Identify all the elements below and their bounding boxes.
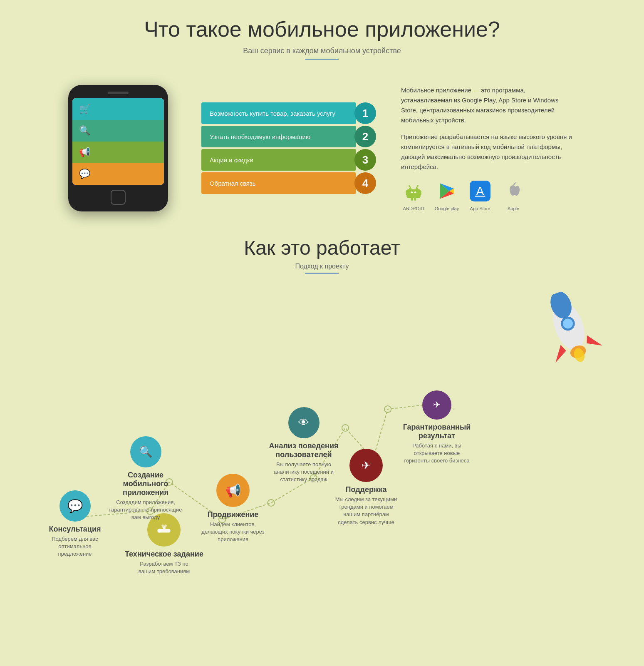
svg-point-28 <box>384 406 391 413</box>
feature-item-1: Возможность купить товар, заказать услуг… <box>201 102 376 124</box>
feature-text-1: Возможность купить товар, заказать услуг… <box>210 110 335 117</box>
svg-point-11 <box>411 191 413 193</box>
apple-icon <box>501 179 526 204</box>
feature-item-4: Обратная связь 4 <box>201 172 376 194</box>
features-list: Возможность купить товар, заказать услуг… <box>201 102 376 194</box>
wf-consultation-desc: Подберем для вас оптимальное предложение <box>42 535 108 558</box>
android-icon <box>401 179 426 204</box>
wf-support: ✈ Поддержка Мы следим за текущими тренда… <box>333 449 399 526</box>
android-label: ANDROID <box>403 206 424 211</box>
section-what-is-app: Что такое мобильное приложение? Ваш серв… <box>0 0 644 85</box>
phone-features-section: 🛒 🔍 📢 💬 Возможность купить товар, зака <box>0 85 644 211</box>
feature-text-2: Узнать необходимую информацию <box>210 133 310 140</box>
svg-rect-4 <box>419 190 421 196</box>
wf-creation: 🔍 Создание мобильного приложения Создади… <box>108 436 183 522</box>
store-google-play: Google play <box>434 179 459 211</box>
phone-mockup: 🛒 🔍 📢 💬 <box>68 85 176 211</box>
phone-icon-cart: 🛒 <box>72 98 97 120</box>
wf-creation-circle: 🔍 <box>130 436 161 467</box>
svg-point-9 <box>409 185 410 186</box>
desc-para1: Мобильное приложение — это программа, ус… <box>401 85 576 125</box>
store-android: ANDROID <box>401 179 426 211</box>
wf-consultation-title: Консультация <box>49 525 101 534</box>
wf-promotion-circle: 📢 <box>216 474 250 507</box>
wf-support-circle: ✈ <box>349 449 383 482</box>
feature-num-1: 1 <box>354 102 376 124</box>
rocket-icon <box>528 282 615 383</box>
app-store-icon: A <box>468 179 493 204</box>
section2-divider <box>305 273 339 274</box>
svg-marker-38 <box>550 344 569 363</box>
svg-line-8 <box>416 186 418 189</box>
feature-num-4: 4 <box>354 172 376 194</box>
section2-title: Как это работает <box>25 236 619 259</box>
wf-promotion: 📢 Продвижение Найдем клиентов, делающих … <box>200 474 266 544</box>
wf-result-circle: ✈ <box>422 390 451 420</box>
phone-screen: 🛒 🔍 📢 💬 <box>72 98 164 185</box>
page-title: Что такое мобильное приложение? <box>25 17 619 42</box>
phone-top <box>72 92 164 94</box>
feature-bar-2: Узнать необходимую информацию <box>201 126 356 147</box>
svg-point-10 <box>417 185 419 186</box>
phone-device: 🛒 🔍 📢 💬 <box>68 85 168 211</box>
wf-tech-task-desc: Разработаем ТЗ по вашим требованиям <box>131 560 197 575</box>
wf-support-desc: Мы следим за текущими трендами и помогае… <box>333 496 399 526</box>
phone-bottom <box>72 190 164 205</box>
feature-bar-4: Обратная связь <box>201 172 356 194</box>
store-app-store: A App Store <box>468 179 493 211</box>
svg-rect-6 <box>414 197 416 201</box>
svg-point-12 <box>414 191 416 193</box>
wf-promotion-title: Продвижение <box>208 510 259 519</box>
wf-analytics-circle: 👁 <box>288 407 320 438</box>
wf-tech-task-title: Техническое задание <box>125 550 203 559</box>
store-apple: Apple <box>501 179 526 211</box>
title-divider <box>305 59 339 60</box>
feature-item-3: Акции и скидки 3 <box>201 149 376 171</box>
feature-text-4: Обратная связь <box>210 180 256 187</box>
svg-point-26 <box>342 425 349 431</box>
phone-row-1: 🛒 <box>72 98 164 120</box>
wf-creation-title: Создание мобильного приложения <box>108 471 183 497</box>
section-how-it-works: Как это работает Подход к проекту 💬 Конс… <box>0 228 644 594</box>
store-icons: ANDROID Google play <box>401 179 576 211</box>
wf-promotion-desc: Найдем клиентов, делающих покупки через … <box>200 521 266 544</box>
wf-result-desc: Работая с нами, вы открываете новые гори… <box>404 442 470 465</box>
phone-icon-feedback: 💬 <box>72 163 97 185</box>
phone-icon-promo: 📢 <box>72 142 97 163</box>
svg-point-24 <box>268 500 274 506</box>
section2-subtitle: Подход к проекту <box>25 263 619 270</box>
svg-rect-5 <box>411 197 413 201</box>
wf-result: ✈ Гарантированный результат Работая с на… <box>399 390 474 465</box>
phone-icon-search: 🔍 <box>72 120 97 142</box>
wf-consultation: 💬 Консультация Подберем для вас оптималь… <box>42 490 108 558</box>
workflow-diagram: 💬 Консультация Подберем для вас оптималь… <box>25 286 619 578</box>
wf-analytics: 👁 Анализ поведения пользователей Вы полу… <box>266 407 341 484</box>
feature-num-3: 3 <box>354 149 376 171</box>
phone-home-button <box>111 190 126 205</box>
google-play-icon <box>434 179 459 204</box>
svg-rect-0 <box>406 189 420 198</box>
description-box: Мобильное приложение — это программа, ус… <box>401 85 576 211</box>
phone-row-2: 🔍 <box>72 120 164 142</box>
wf-consultation-circle: 💬 <box>59 490 91 522</box>
app-store-label: App Store <box>470 206 490 211</box>
phone-speaker <box>108 92 129 94</box>
svg-point-31 <box>158 529 161 533</box>
svg-rect-3 <box>406 190 408 196</box>
feature-num-2: 2 <box>354 126 376 147</box>
feature-item-2: Узнать необходимую информацию 2 <box>201 126 376 147</box>
feature-text-3: Акции и скидки <box>210 157 253 164</box>
desc-para2: Приложение разрабатывается на языке высо… <box>401 132 576 172</box>
feature-bar-3: Акции и скидки <box>201 149 356 171</box>
google-play-label: Google play <box>435 206 459 211</box>
phone-row-3: 📢 <box>72 142 164 163</box>
page-subtitle: Ваш сервис в каждом мобильном устройстве <box>25 47 619 55</box>
feature-bar-1: Возможность купить товар, заказать услуг… <box>201 102 356 124</box>
wf-creation-desc: Создадим приложения, гарантированно прин… <box>108 499 183 522</box>
phone-row-4: 💬 <box>72 163 164 185</box>
wf-analytics-desc: Вы получаете полную аналитику посещений … <box>270 461 337 484</box>
wf-result-title: Гарантированный результат <box>399 423 474 440</box>
apple-label: Apple <box>508 206 519 211</box>
wf-analytics-title: Анализ поведения пользователей <box>266 442 341 459</box>
svg-marker-39 <box>584 331 602 350</box>
